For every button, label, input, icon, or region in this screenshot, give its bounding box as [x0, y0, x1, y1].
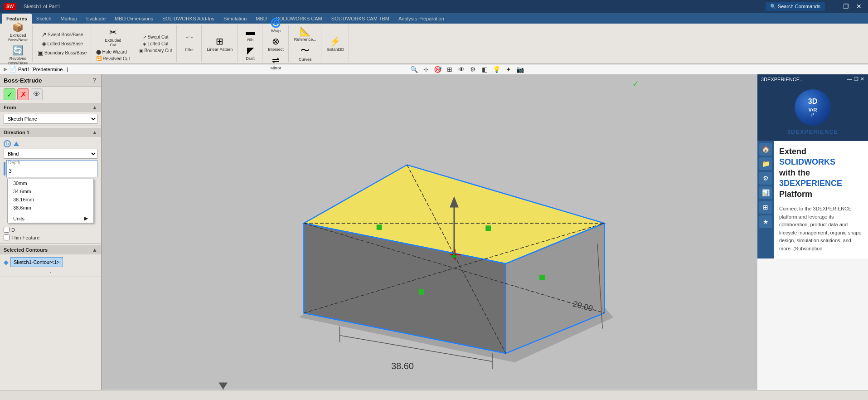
- tool-settings-icon[interactable]: ⚙: [468, 64, 478, 74]
- tool-view-icon[interactable]: 👁: [456, 64, 466, 74]
- search-commands-btn[interactable]: 🔍 Search Commands: [766, 2, 825, 11]
- direction1-header[interactable]: Direction 1 ▲: [0, 128, 101, 137]
- side-home-btn[interactable]: 🏠: [759, 143, 772, 156]
- wrap-btn[interactable]: 🌀 Wrap: [267, 16, 285, 34]
- dropdown-units[interactable]: Units ▶: [8, 214, 93, 223]
- instant3d-label: Instant3D: [327, 47, 344, 52]
- ribbon-group-more-cuts: ↗ Swept Cut ◈ Lofted Cut ▣ Boundary Cut: [135, 25, 176, 62]
- tab-solidworks-cam-tbm[interactable]: SOLIDWORKS CAM TBM: [327, 14, 394, 24]
- tab-addins[interactable]: SOLIDWORKS Add-Ins: [158, 14, 219, 24]
- tab-mbd-dimensions[interactable]: MBD Dimensions: [110, 14, 158, 24]
- breadcrumb-icon: 📄: [9, 66, 16, 73]
- rib-btn[interactable]: ▬ Rib: [241, 26, 259, 43]
- canvas-area[interactable]: ✓: [102, 74, 757, 390]
- from-section-header[interactable]: From ▲: [0, 103, 101, 112]
- blind-select[interactable]: Blind: [4, 149, 97, 159]
- boundary-row: ▣ Boundary Boss/Base: [36, 49, 88, 57]
- tool-snap-icon[interactable]: ⊞: [445, 64, 455, 74]
- draft-btn[interactable]: ◤ Draft: [241, 44, 259, 62]
- draft-icon: ◤: [247, 45, 254, 56]
- depth-input-wrap: Depth: [6, 160, 97, 177]
- contours-header[interactable]: Selected Contours ▲: [0, 245, 101, 254]
- extruded-boss-base-btn[interactable]: 📦 ExtrudedBoss/Base: [6, 21, 29, 43]
- tab-sketch[interactable]: Sketch: [32, 14, 56, 24]
- swept-boss-btn[interactable]: ↗ Swept Boss/Base: [40, 30, 84, 39]
- extruded-cut-btn[interactable]: ✂ ExtrudedCut: [103, 26, 123, 48]
- tool-section-icon[interactable]: ✦: [504, 64, 514, 74]
- ribbon-group-wrap: 🌀 Wrap ⊗ Intersect ⇌ Mirror: [263, 25, 289, 62]
- side-star-btn[interactable]: ★: [759, 215, 772, 228]
- contour-value[interactable]: Sketch1-Contour<1>: [10, 257, 63, 267]
- hole-wizard-btn[interactable]: ⬤ Hole Wizard: [95, 49, 131, 55]
- dropdown-item-30mm[interactable]: 30mm: [8, 179, 93, 187]
- dropdown-item-386mm[interactable]: 38.6mm: [8, 204, 93, 212]
- reference-btn[interactable]: 📐 Reference...: [292, 25, 318, 43]
- revolved-boss-base-btn[interactable]: 🔄 RevolvedBoss/Base: [6, 44, 29, 66]
- from-section-toggle: ▲: [92, 104, 97, 111]
- lofted-boss-btn[interactable]: ◈ Lofted Boss/Base: [40, 39, 84, 48]
- depth-label: Depth: [8, 160, 20, 165]
- tool-select-icon[interactable]: ⊹: [421, 64, 431, 74]
- revolved-cut-btn[interactable]: 🔁 Revolved Cut: [95, 56, 131, 62]
- lofted-cut-btn[interactable]: ◈ Lofted Cut: [141, 41, 170, 47]
- logo-3d: 3D: [808, 98, 817, 106]
- linear-pattern-icon: ⊞: [216, 36, 223, 47]
- fillet-btn[interactable]: ⌒ Fillet: [180, 34, 199, 53]
- tool-search-icon[interactable]: 🔍: [409, 64, 419, 74]
- breadcrumb-item[interactable]: Part1 [Predetermine...]: [18, 67, 68, 72]
- confirm-button[interactable]: ✓: [4, 88, 15, 100]
- side-settings-btn[interactable]: ⚙: [759, 172, 772, 185]
- tool-camera-icon[interactable]: 📷: [515, 64, 525, 74]
- intersect-label: Intersect: [268, 47, 284, 52]
- right-panel-minimize-btn[interactable]: —: [847, 76, 852, 82]
- preview-button[interactable]: 👁: [31, 88, 43, 100]
- tab-evaluate[interactable]: Evaluate: [82, 14, 110, 24]
- boundary-cut-btn[interactable]: ▣ Boundary Cut: [138, 48, 173, 54]
- close-btn[interactable]: ✕: [853, 2, 864, 11]
- curves-btn[interactable]: 〜 Curves: [296, 44, 314, 63]
- boundary-boss-btn[interactable]: ▣ Boundary Boss/Base: [36, 49, 88, 57]
- mirror-icon: ⇌: [272, 54, 280, 65]
- from-select[interactable]: Sketch Plane: [4, 114, 97, 124]
- instant3d-btn[interactable]: ⚡ Instant3D: [325, 35, 346, 53]
- panel-header: Boss-Extrude ?: [0, 74, 101, 87]
- checkbox-thin[interactable]: [4, 234, 10, 240]
- side-chart-btn[interactable]: 📊: [759, 186, 772, 199]
- tab-analysis[interactable]: Analysis Preparation: [394, 14, 449, 24]
- flip-direction-btn[interactable]: ↻: [4, 140, 11, 147]
- ribbon-group-cuts: ✂ ExtrudedCut ⬤ Hole Wizard 🔁 Revolved C…: [92, 25, 134, 62]
- direction1-content: ↻ Blind Depth 30mm 34.6mm: [0, 137, 101, 243]
- lofted-boss-row: ◈ Lofted Boss/Base: [40, 39, 84, 48]
- tool-3d-icon[interactable]: 🎯: [433, 64, 443, 74]
- ribbon-group-pattern: ⊞ Linear Pattern: [203, 25, 238, 62]
- intersect-btn[interactable]: ⊗ Intersect: [266, 35, 286, 53]
- extruded-boss-label: ExtrudedBoss/Base: [8, 33, 28, 42]
- dropdown-item-3816mm[interactable]: 38.16mm: [8, 195, 93, 204]
- tool-display-icon[interactable]: ◧: [480, 64, 490, 74]
- revolved-boss-icon: 🔄: [12, 45, 24, 56]
- cancel-button[interactable]: ✗: [17, 88, 29, 100]
- checkbox-row-1: D: [4, 226, 97, 234]
- right-panel-header-controls: — ❐ ✕: [847, 76, 864, 82]
- side-files-btn[interactable]: 📁: [759, 157, 772, 170]
- side-grid-btn[interactable]: ⊞: [759, 201, 772, 214]
- linear-pattern-btn[interactable]: ⊞ Linear Pattern: [205, 35, 235, 53]
- lofted-boss-icon: ◈: [42, 40, 47, 47]
- minimize-btn[interactable]: —: [827, 2, 839, 11]
- help-icon[interactable]: ?: [91, 76, 97, 84]
- tool-lights-icon[interactable]: 💡: [492, 64, 502, 74]
- breadcrumb-bar: ▶ 📄 Part1 [Predetermine...] 🔍 ⊹ 🎯 ⊞ 👁 ⚙ …: [0, 64, 868, 74]
- main-layout: Boss-Extrude ? ✓ ✗ 👁 From ▲ Sketch Plane: [0, 74, 868, 390]
- ribbon-group-instant3d: ⚡ Instant3D: [322, 25, 349, 62]
- right-panel-expand-btn[interactable]: ❐: [854, 76, 858, 82]
- restore-btn[interactable]: ❐: [840, 2, 852, 11]
- right-panel-close-btn[interactable]: ✕: [860, 76, 864, 82]
- dropdown-separator: [8, 213, 93, 213]
- canvas-confirm-icon[interactable]: ✓: [632, 79, 639, 88]
- tab-simulation[interactable]: Simulation: [219, 14, 251, 24]
- swept-cut-btn[interactable]: ↗ Swept Cut: [141, 34, 170, 40]
- checkbox-d[interactable]: [4, 227, 10, 233]
- dropdown-item-346mm[interactable]: 34.6mm: [8, 187, 93, 195]
- title-bar-controls[interactable]: 🔍 Search Commands — ❐ ✕: [766, 2, 864, 11]
- tab-markup[interactable]: Markup: [56, 14, 82, 24]
